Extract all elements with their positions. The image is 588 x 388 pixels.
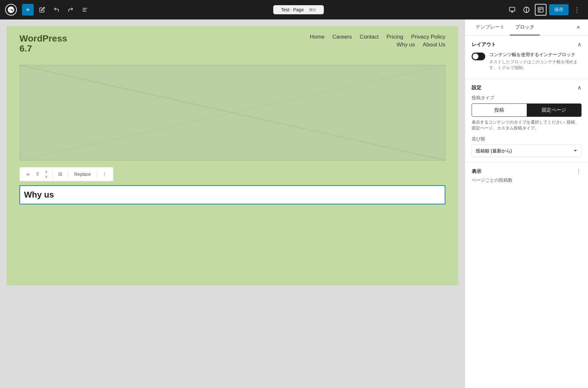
nav-careers[interactable]: Careers <box>332 34 352 40</box>
panel-close-button[interactable]: × <box>574 19 583 35</box>
settings-section: 設定 ∧ 投稿タイプ 投稿 固定ページ 表示するコンテンツのタイプを選択してくだ… <box>465 79 588 163</box>
separator3 <box>97 170 97 178</box>
sort-label: 並び順 <box>472 136 582 142</box>
svg-rect-3 <box>510 7 515 11</box>
settings-section-header: 設定 ∧ <box>472 84 582 91</box>
why-us-section[interactable]: Why us <box>19 185 445 204</box>
move-down-button[interactable]: ∨ <box>43 174 50 179</box>
nav-contact[interactable]: Contact <box>360 34 379 40</box>
why-us-heading: Why us <box>24 190 441 200</box>
post-type-label: 投稿タイプ <box>472 95 582 101</box>
inner-blocks-toggle[interactable] <box>472 53 485 60</box>
keyboard-shortcut: ⌘K <box>309 7 316 12</box>
block-toolbar: ∞ ⠿ ∧ ∨ Replace ⋮ <box>19 167 113 181</box>
site-title: WordPress 6.7 <box>19 34 67 54</box>
per-page-label: ページごとの投稿数 <box>472 177 582 183</box>
drag-handle[interactable]: ⠿ <box>33 170 42 178</box>
right-panel: テンプレート ブロック × レイアウト ∧ コンテンツ幅を使用するインナーブロッ… <box>465 19 588 388</box>
style-switcher-button[interactable] <box>521 4 532 16</box>
tab-block[interactable]: ブロック <box>510 19 540 35</box>
display-header: 表示 ⋮ <box>472 168 582 175</box>
tab-template[interactable]: テンプレート <box>470 19 510 35</box>
save-button[interactable]: 保存 <box>549 4 569 15</box>
more-options-button[interactable]: ⋮ <box>571 5 583 15</box>
svg-rect-7 <box>538 7 543 12</box>
replace-button[interactable]: Replace <box>71 170 94 178</box>
main-area: WordPress 6.7 Home Careers Contact Prici… <box>0 19 588 388</box>
toggle-desc: ネストしたブロックはこのコンテナ幅を埋めます。トグルで強制。 <box>489 59 582 71</box>
display-section: 表示 ⋮ ページごとの投稿数 <box>465 163 588 188</box>
block-more-button[interactable]: ⋮ <box>100 170 109 178</box>
layout-section-title: レイアウト <box>472 42 496 48</box>
nav-menu: Home Careers Contact Pricing Privacy Pol… <box>310 34 445 48</box>
panel-tabs: テンプレート ブロック × <box>465 19 588 36</box>
move-up-button[interactable]: ∧ <box>43 169 50 174</box>
page-content: WordPress 6.7 Home Careers Contact Prici… <box>6 26 458 285</box>
sort-select[interactable]: 投稿順 (最新から) <box>472 145 582 157</box>
preview-button[interactable] <box>506 4 518 16</box>
align-button[interactable] <box>55 170 65 178</box>
layout-section-header: レイアウト ∧ <box>472 41 582 48</box>
layout-section: レイアウト ∧ コンテンツ幅を使用するインナーブロック ネストしたブロックはこの… <box>465 36 588 79</box>
settings-section-title: 設定 <box>472 85 481 91</box>
separator2 <box>68 170 68 178</box>
page-title: Test · Page <box>281 7 304 12</box>
nav-second-row: Why us About Us <box>310 42 445 48</box>
nav-why-us[interactable]: Why us <box>396 42 415 48</box>
canvas[interactable]: WordPress 6.7 Home Careers Contact Prici… <box>0 19 465 388</box>
display-more-button[interactable]: ⋮ <box>576 168 582 175</box>
site-editor-button[interactable] <box>535 4 547 16</box>
add-block-button[interactable]: + <box>22 4 34 16</box>
post-type-buttons: 投稿 固定ページ <box>472 103 582 117</box>
document-overview-button[interactable] <box>79 4 91 16</box>
edit-tool-button[interactable] <box>36 4 48 16</box>
infinity-button[interactable]: ∞ <box>24 170 32 178</box>
nav-home[interactable]: Home <box>310 34 324 40</box>
post-type-page-button[interactable]: 固定ページ <box>527 104 582 116</box>
toggle-row: コンテンツ幅を使用するインナーブロック ネストしたブロックはこのコンテナ幅を埋め… <box>472 52 582 71</box>
nav-pricing[interactable]: Pricing <box>386 34 403 40</box>
undo-button[interactable] <box>51 4 62 16</box>
post-type-desc: 表示するコンテンツのタイプを選択してください: 投稿、固定ページ、カスタム投稿タ… <box>472 119 582 131</box>
toggle-label: コンテンツ幅を使用するインナーブロック <box>489 52 582 58</box>
nav-about-us[interactable]: About Us <box>423 42 445 48</box>
post-type-post-button[interactable]: 投稿 <box>472 104 527 116</box>
page-title-bar[interactable]: Test · Page ⌘K <box>273 5 324 14</box>
page-header: WordPress 6.7 Home Careers Contact Prici… <box>6 26 458 62</box>
redo-button[interactable] <box>65 4 76 16</box>
separator <box>52 170 53 178</box>
toolbar: + Test · Page ⌘K 保存 ⋮ <box>0 0 588 19</box>
display-title: 表示 <box>472 168 481 175</box>
nav-privacy-policy[interactable]: Privacy Policy <box>411 34 445 40</box>
settings-collapse-button[interactable]: ∧ <box>577 84 582 91</box>
image-placeholder <box>19 65 445 161</box>
layout-collapse-button[interactable]: ∧ <box>577 41 582 48</box>
wordpress-logo[interactable] <box>5 4 17 16</box>
